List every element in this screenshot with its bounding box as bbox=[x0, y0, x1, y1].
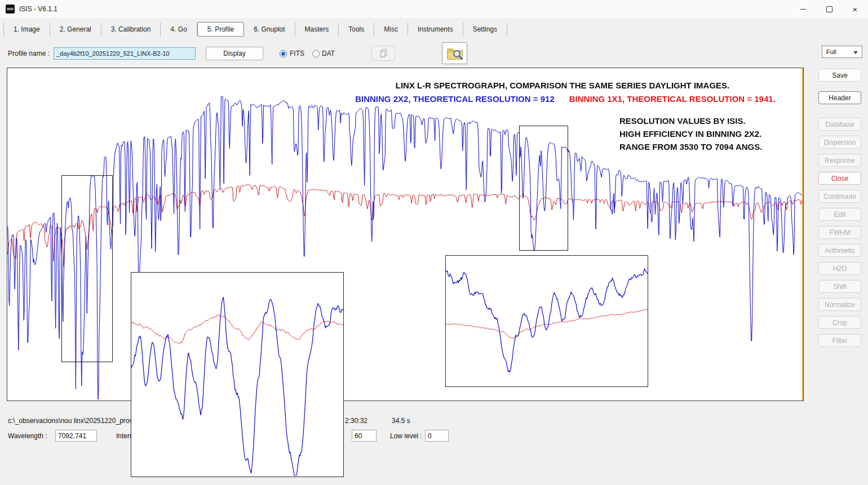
low-level-label: Low level : bbox=[390, 432, 422, 440]
response-button: Response bbox=[818, 154, 861, 167]
wavelength-label: Wavelength : bbox=[8, 432, 47, 440]
header-button[interactable]: Header bbox=[818, 91, 861, 104]
minimize-icon bbox=[800, 9, 806, 10]
continuum-button: Continuum bbox=[818, 190, 861, 203]
zoom-inset-right bbox=[445, 255, 648, 387]
filter-button: Filter bbox=[818, 334, 861, 347]
copy-button[interactable] bbox=[371, 46, 395, 61]
edit-button: Edit bbox=[818, 208, 861, 221]
low-level-field[interactable] bbox=[425, 430, 449, 442]
file-path-text: c:\_observacions\nou linx\20251220_prove… bbox=[8, 417, 140, 425]
app-window: ISIS ISIS - V6.1.1 × 1. Image 2. General… bbox=[0, 0, 868, 485]
tab-instruments[interactable]: Instruments bbox=[408, 23, 463, 36]
tab-strip: 1. Image 2. General 3. Calibration 4. Go… bbox=[3, 21, 507, 37]
tab-gnuplot[interactable]: 6. Gnuplot bbox=[244, 23, 295, 36]
zoom-inset-left bbox=[131, 272, 344, 477]
arithmetic-button: Arithmetic bbox=[818, 244, 861, 257]
chart-subtitle: BINNING 2X2, THEORETICAL RESOLUTION = 91… bbox=[255, 94, 868, 104]
chevron-down-icon bbox=[853, 51, 858, 54]
shift-button: Shift bbox=[818, 280, 861, 293]
plot-right-marker bbox=[802, 68, 803, 401]
h2o-button: H2O bbox=[818, 262, 861, 275]
browse-profile-button[interactable] bbox=[442, 42, 467, 64]
exposure-text: 34.5 s bbox=[392, 417, 410, 425]
chart-note-line: RANGE FROM 3530 TO 7094 ANGS. bbox=[619, 140, 762, 153]
folder-search-icon bbox=[446, 46, 463, 61]
profile-name-input[interactable] bbox=[54, 47, 196, 60]
display-button[interactable]: Display bbox=[206, 47, 263, 60]
chart-note-line: HIGH EFFICIENCY IN BINNING 2X2. bbox=[619, 127, 762, 140]
view-mode-value: Full bbox=[826, 48, 836, 55]
wavelength-value-field[interactable] bbox=[55, 430, 97, 442]
save-button[interactable]: Save bbox=[818, 69, 861, 82]
window-title: ISIS - V6.1.1 bbox=[19, 5, 57, 13]
crop-button: Crop bbox=[818, 316, 861, 329]
chart-subtitle-red: BINNING 1X1, THEORETICAL RESOLUTION = 19… bbox=[569, 94, 776, 104]
tab-masters[interactable]: Masters bbox=[295, 23, 339, 36]
dat-radio[interactable] bbox=[312, 50, 320, 57]
tab-settings[interactable]: Settings bbox=[463, 23, 507, 36]
high-level-field[interactable] bbox=[352, 430, 377, 442]
zoom-region-rect-left bbox=[61, 175, 113, 362]
chart-title: LINX L-R SPECTROGRAPH, COMPARISON THE SA… bbox=[309, 81, 816, 90]
fits-radio-label: FITS bbox=[290, 50, 304, 57]
database-button: Database bbox=[818, 118, 861, 131]
view-mode-select[interactable]: Full bbox=[822, 46, 862, 58]
normalize-button: Normalize bbox=[818, 298, 861, 311]
time-text: 2:30:32 bbox=[345, 417, 367, 425]
tab-image[interactable]: 1. Image bbox=[3, 23, 50, 36]
profile-name-label: Profile name : bbox=[8, 50, 50, 57]
copy-icon bbox=[379, 48, 388, 58]
app-icon: ISIS bbox=[6, 5, 15, 14]
title-bar: ISIS ISIS - V6.1.1 × bbox=[0, 0, 868, 18]
dispersion-button: Dispersion bbox=[818, 136, 861, 149]
fwhm-button: FWHM bbox=[818, 226, 861, 239]
spectrum-plot-area[interactable]: LINX L-R SPECTROGRAPH, COMPARISON THE SA… bbox=[7, 68, 804, 401]
close-icon: × bbox=[853, 5, 858, 14]
chart-subtitle-blue: BINNING 2X2, THEORETICAL RESOLUTION = 91… bbox=[355, 94, 555, 104]
zoom-inset-left-canvas bbox=[131, 273, 343, 477]
close-window-button[interactable]: × bbox=[842, 0, 868, 18]
zoom-inset-right-canvas bbox=[446, 256, 648, 386]
tab-tools[interactable]: Tools bbox=[339, 23, 374, 36]
maximize-icon bbox=[826, 6, 832, 12]
dat-radio-label: DAT bbox=[322, 50, 335, 57]
chart-note-line: RESOLUTION VALUES BY ISIS. bbox=[619, 114, 762, 127]
tab-go[interactable]: 4. Go bbox=[161, 23, 197, 36]
app-icon-text: ISIS bbox=[7, 7, 13, 11]
minimize-button[interactable] bbox=[790, 0, 816, 18]
chart-notes: RESOLUTION VALUES BY ISIS. HIGH EFFICIEN… bbox=[619, 114, 762, 153]
tab-misc[interactable]: Misc bbox=[374, 23, 408, 36]
tab-profile[interactable]: 5. Profile bbox=[197, 22, 244, 37]
tab-calibration[interactable]: 3. Calibration bbox=[101, 23, 161, 36]
fits-radio[interactable] bbox=[280, 50, 287, 57]
zoom-region-rect-right bbox=[519, 126, 568, 251]
maximize-button[interactable] bbox=[816, 0, 842, 18]
close-profile-button[interactable]: Close bbox=[818, 172, 861, 185]
tab-general[interactable]: 2. General bbox=[50, 23, 101, 36]
